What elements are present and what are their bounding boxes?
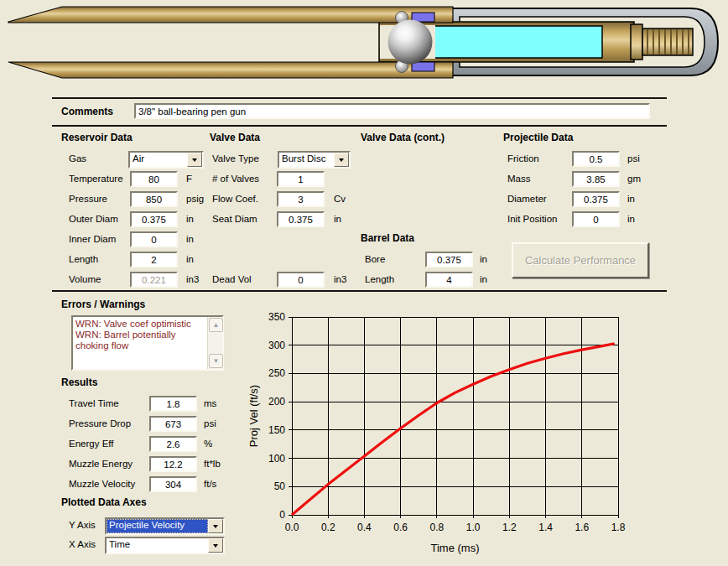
- barrel-title: Barrel Data: [361, 232, 414, 244]
- fitting-collar: [631, 24, 642, 60]
- friction-input[interactable]: [572, 151, 620, 167]
- energy-eff-unit: %: [204, 439, 212, 449]
- svg-text:Proj Vel (ft/s): Proj Vel (ft/s): [247, 385, 260, 447]
- flow-coef-unit: Cv: [334, 194, 346, 204]
- dead-vol-label: Dead Vol: [212, 274, 252, 284]
- x-axis-combo[interactable]: Time: [105, 537, 225, 554]
- chevron-down-icon: [213, 544, 218, 548]
- svg-text:0.8: 0.8: [430, 522, 445, 533]
- inner-diam-input[interactable]: [130, 231, 178, 247]
- valve-type-dropdown-button[interactable]: [334, 153, 349, 167]
- svg-text:0: 0: [279, 509, 285, 521]
- errors-listbox[interactable]: WRN: Valve coef optimistic WRN: Barrel p…: [71, 315, 224, 371]
- svg-text:1.6: 1.6: [575, 522, 589, 533]
- init-position-input[interactable]: [572, 211, 620, 227]
- gas-label: Gas: [69, 153, 86, 164]
- y-axis-combo[interactable]: Projectile Velocity: [105, 517, 225, 535]
- inner-diam-label: Inner Diam: [69, 234, 116, 244]
- barrel-length-input[interactable]: [425, 272, 473, 288]
- svg-text:50: 50: [274, 480, 286, 492]
- projectile-ball: [388, 20, 433, 65]
- seat-diam-input[interactable]: [277, 211, 325, 227]
- diameter-label: Diameter: [507, 194, 547, 204]
- volume-unit: in3: [186, 274, 199, 284]
- pressure-unit: psig: [186, 194, 204, 204]
- muzzle-energy-output: [149, 456, 197, 472]
- velocity-chart: 0.00.20.40.60.81.01.21.41.61.80501001502…: [243, 295, 646, 563]
- temperature-unit: F: [186, 174, 192, 184]
- warning-line: WRN: Barrel potentially choking flow: [75, 330, 206, 351]
- travel-time-output: [149, 396, 197, 412]
- chevron-down-icon: [213, 525, 218, 528]
- results-title: Results: [61, 376, 97, 388]
- gas-dropdown-button[interactable]: [187, 153, 202, 167]
- valve-type-label: Valve Type: [212, 153, 259, 164]
- friction-unit: psi: [627, 153, 640, 164]
- mass-label: Mass: [507, 174, 530, 184]
- dead-vol-unit: in3: [334, 274, 346, 284]
- bore-input[interactable]: [425, 252, 473, 267]
- y-axis-dropdown-button[interactable]: [208, 519, 223, 533]
- valve-type-value: Burst Disc: [279, 153, 334, 167]
- friction-label: Friction: [507, 153, 539, 164]
- chevron-down-icon: [192, 158, 197, 162]
- muzzle-velocity-unit: ft/s: [204, 479, 216, 489]
- x-axis-label: X Axis: [69, 539, 96, 549]
- separator-bottom: [52, 290, 667, 292]
- res-length-input[interactable]: [130, 252, 178, 267]
- comments-input[interactable]: [134, 103, 650, 119]
- muzzle-velocity-output: [149, 476, 197, 492]
- errors-title: Errors / Warnings: [61, 299, 145, 310]
- outer-diam-input[interactable]: [130, 211, 178, 227]
- diameter-input[interactable]: [572, 191, 620, 207]
- dead-vol-input[interactable]: [277, 272, 325, 288]
- gas-chamber: [434, 26, 602, 58]
- num-valves-input[interactable]: [277, 171, 325, 187]
- reservoir-title: Reservoir Data: [61, 132, 133, 143]
- svg-text:0.6: 0.6: [393, 522, 408, 533]
- scroll-up-button[interactable]: ▲: [209, 318, 223, 332]
- barrel-length-label: Length: [365, 274, 394, 284]
- svg-text:1.2: 1.2: [502, 522, 517, 533]
- barrel-length-unit: in: [480, 274, 487, 284]
- svg-text:200: 200: [268, 396, 285, 408]
- gas-value: Air: [130, 153, 187, 167]
- svg-text:300: 300: [268, 340, 285, 351]
- chevron-down-icon: [339, 158, 344, 162]
- flow-coef-input[interactable]: [277, 191, 325, 207]
- inner-diam-unit: in: [186, 234, 194, 244]
- mass-unit: gm: [627, 174, 641, 184]
- errors-scrollbar[interactable]: ▲ ▼: [207, 317, 222, 369]
- comments-label: Comments: [61, 106, 113, 117]
- svg-text:250: 250: [268, 367, 285, 379]
- valve-type-combo[interactable]: Burst Disc: [278, 151, 351, 169]
- pressure-drop-output: [149, 416, 197, 432]
- res-length-label: Length: [69, 254, 98, 264]
- svg-text:0.2: 0.2: [321, 522, 335, 533]
- diameter-unit: in: [627, 194, 635, 204]
- res-length-unit: in: [186, 254, 194, 264]
- x-axis-dropdown-button[interactable]: [208, 538, 223, 553]
- y-axis-label: Y Axis: [69, 520, 96, 530]
- bore-label: Bore: [365, 254, 385, 264]
- svg-text:Time (ms): Time (ms): [430, 542, 479, 554]
- y-axis-value: Projectile Velocity: [107, 519, 208, 533]
- num-valves-label: # of Valves: [212, 174, 259, 184]
- mass-input[interactable]: [572, 171, 620, 187]
- svg-text:100: 100: [268, 453, 285, 465]
- svg-text:1.8: 1.8: [611, 522, 626, 533]
- flow-coef-label: Flow Coef.: [212, 194, 258, 204]
- gun-schematic: [0, 0, 728, 84]
- pressure-input[interactable]: [130, 191, 178, 207]
- muzzle-energy-label: Muzzle Energy: [69, 459, 133, 469]
- scroll-down-button[interactable]: ▼: [209, 354, 223, 368]
- separator-top: [52, 97, 667, 99]
- muzzle-energy-unit: ft*lb: [204, 459, 221, 469]
- temperature-input[interactable]: [130, 171, 178, 187]
- init-position-unit: in: [627, 214, 635, 224]
- seat-diam-label: Seat Diam: [212, 214, 257, 224]
- calculate-performance-button[interactable]: Calculate Performance: [512, 242, 649, 278]
- svg-text:150: 150: [268, 424, 285, 436]
- outer-diam-label: Outer Diam: [69, 214, 118, 224]
- gas-combo[interactable]: Air: [128, 151, 204, 169]
